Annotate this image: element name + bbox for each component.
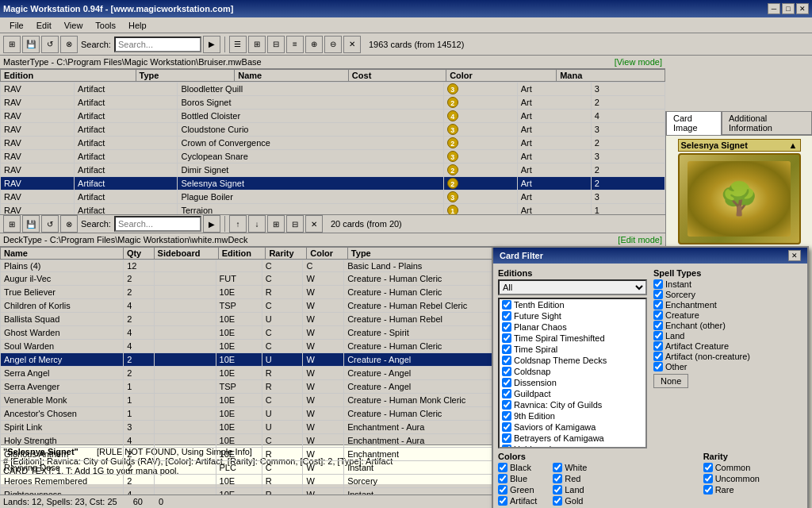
tool-btn-5[interactable]: ⊕ (305, 36, 323, 53)
color-checkbox[interactable] (498, 463, 508, 472)
card-list-row[interactable]: RAV Artifact Crown of Convergence 2 Art … (1, 137, 665, 150)
spell-type-item[interactable]: Artifact Creature (653, 341, 802, 351)
edition-item[interactable]: Time Spiral (500, 344, 645, 355)
deck-edit-mode[interactable]: [Edit mode] (618, 235, 662, 244)
spell-type-checkbox[interactable] (653, 352, 663, 361)
color-item[interactable]: Gold (553, 496, 587, 506)
edition-checkbox[interactable] (502, 356, 511, 365)
spell-type-item[interactable]: Artifact (non-creature) (653, 352, 802, 361)
deck-col-qty[interactable]: Qty (123, 248, 154, 260)
menu-tools[interactable]: Tools (89, 19, 122, 32)
edition-item[interactable]: Tenth Edition (500, 299, 645, 310)
color-checkbox[interactable] (553, 463, 562, 472)
close-button[interactable]: ✕ (796, 3, 809, 14)
tool-btn-1[interactable]: ☰ (229, 36, 247, 53)
color-item[interactable]: Land (553, 485, 587, 495)
color-item[interactable]: Green (498, 485, 537, 495)
deck-col-ed[interactable]: Edition (218, 248, 266, 260)
stop-button[interactable]: ⊗ (60, 36, 78, 53)
menu-help[interactable]: Help (122, 19, 153, 32)
col-mana[interactable]: Mana (557, 70, 665, 82)
color-checkbox[interactable] (498, 496, 508, 506)
edition-checkbox[interactable] (502, 311, 511, 321)
save-button[interactable]: 💾 (22, 36, 40, 53)
color-checkbox[interactable] (553, 485, 562, 495)
spell-types-none-button[interactable]: None (653, 374, 688, 388)
tab-additional-info[interactable]: Additional Information (722, 111, 812, 135)
edition-checkbox[interactable] (502, 422, 511, 432)
spell-type-checkbox[interactable] (653, 331, 663, 341)
tool-btn-6[interactable]: ⊖ (324, 36, 342, 53)
deck-stop-btn[interactable]: ⊗ (60, 215, 78, 233)
search-input[interactable] (114, 37, 201, 52)
color-checkbox[interactable] (553, 496, 562, 506)
rarity-checkbox[interactable] (703, 474, 713, 483)
edition-checkbox[interactable] (502, 444, 511, 448)
card-list-row[interactable]: RAV Artifact Boros Signet 2 Art 2 (1, 96, 665, 110)
edition-item[interactable]: Coldsnap (500, 366, 645, 377)
spell-type-checkbox[interactable] (653, 290, 663, 299)
spell-type-item[interactable]: Sorcery (653, 290, 802, 299)
spell-type-checkbox[interactable] (653, 279, 663, 289)
color-checkbox[interactable] (553, 474, 562, 483)
edition-checkbox[interactable] (502, 433, 511, 443)
color-item[interactable]: Red (553, 474, 587, 483)
spell-type-checkbox[interactable] (653, 310, 663, 320)
card-list-row[interactable]: RAV Artifact Cyclopean Snare 3 Art 3 (1, 150, 665, 164)
card-list-row[interactable]: RAV Artifact Plague Boiler 3 Art 3 (1, 190, 665, 204)
dialog-close-button[interactable]: ✕ (788, 250, 801, 261)
new-button[interactable]: ⊞ (3, 36, 21, 53)
color-checkbox[interactable] (498, 474, 508, 483)
edition-item[interactable]: Dissension (500, 377, 645, 388)
deck-tool-3[interactable]: ⊞ (267, 215, 285, 233)
deck-new-btn[interactable]: ⊞ (3, 215, 21, 233)
color-item[interactable]: Blue (498, 474, 537, 483)
spell-type-item[interactable]: Instant (653, 279, 802, 289)
spell-type-item[interactable]: Enchantment (653, 300, 802, 310)
rarity-checkbox[interactable] (703, 463, 713, 472)
card-list-scroll[interactable]: RAV Artifact Bloodletter Quill 3 Art 3 R… (0, 82, 665, 214)
edition-item[interactable]: Saviors of Kamigawa (500, 421, 645, 433)
spell-type-item[interactable]: Land (653, 331, 802, 341)
spell-type-item[interactable]: Creature (653, 310, 802, 320)
editions-select[interactable]: All (498, 279, 647, 295)
col-name[interactable]: Name (235, 70, 349, 82)
spell-type-checkbox[interactable] (653, 321, 663, 330)
rarity-item[interactable]: Uncommon (703, 474, 802, 483)
deck-tool-1[interactable]: ↑ (229, 215, 247, 233)
tool-btn-3[interactable]: ⊟ (267, 36, 285, 53)
edition-item[interactable]: Guildpact (500, 388, 645, 399)
tool-btn-4[interactable]: ≡ (286, 36, 304, 53)
edition-checkbox[interactable] (502, 411, 511, 421)
edition-checkbox[interactable] (502, 389, 511, 398)
refresh-button[interactable]: ↺ (41, 36, 59, 53)
spell-type-item[interactable]: Enchant (other) (653, 321, 802, 330)
edition-checkbox[interactable] (502, 378, 511, 387)
deck-refresh-btn[interactable]: ↺ (41, 215, 59, 233)
col-type[interactable]: Type (136, 70, 235, 82)
edition-item[interactable]: Coldsnap Theme Decks (500, 355, 645, 366)
minimize-button[interactable]: ─ (768, 3, 780, 14)
edition-item[interactable]: Ravnica: City of Guilds (500, 399, 645, 410)
rarity-checkbox[interactable] (703, 485, 713, 495)
view-mode-toggle[interactable]: [View mode] (615, 57, 662, 67)
col-edition[interactable]: Edition (1, 70, 136, 82)
edition-item[interactable]: 9th Edition (500, 410, 645, 421)
deck-tool-2[interactable]: ↓ (248, 215, 266, 233)
edition-checkbox[interactable] (502, 367, 511, 376)
edition-checkbox[interactable] (502, 322, 511, 332)
rarity-item[interactable]: Rare (703, 485, 802, 495)
edition-checkbox[interactable] (502, 344, 511, 354)
card-list-row[interactable]: RAV Artifact Bloodletter Quill 3 Art 3 (1, 83, 665, 96)
deck-search-go[interactable]: ▶ (203, 215, 220, 233)
card-list-row[interactable]: RAV Artifact Dimir Signet 2 Art 2 (1, 164, 665, 177)
deck-col-rar[interactable]: Rarity (266, 248, 307, 260)
color-item[interactable]: Artifact (498, 496, 537, 506)
edition-item[interactable]: Betrayers of Kamigawa (500, 433, 645, 444)
spell-type-item[interactable]: Other (653, 362, 802, 371)
tab-card-image[interactable]: Card Image (666, 111, 722, 135)
tool-btn-2[interactable]: ⊞ (248, 36, 266, 53)
card-list-row[interactable]: RAV Artifact Terraion 1 Art 1 (1, 204, 665, 215)
color-item[interactable]: Black (498, 463, 537, 472)
deck-save-btn[interactable]: 💾 (22, 215, 40, 233)
